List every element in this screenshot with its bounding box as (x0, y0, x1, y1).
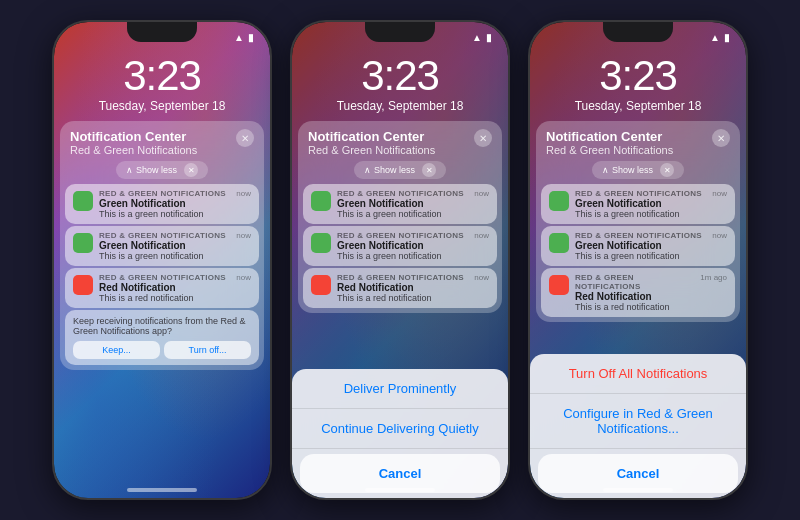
notif-icon-1-2 (73, 275, 93, 295)
wifi-icon-2: ▲ (472, 32, 482, 43)
lock-content-1: 3:23 Tuesday, September 18 (54, 47, 270, 113)
status-icons-3: ▲ ▮ (710, 32, 730, 43)
battery-icon-3: ▮ (724, 32, 730, 43)
notch-2 (365, 22, 435, 42)
keep-btn[interactable]: Keep... (73, 341, 160, 359)
show-less-x-3[interactable]: ✕ (660, 163, 674, 177)
notif-card-1-0[interactable]: RED & GREEN NOTIFICATIONS Green Notifica… (65, 184, 259, 224)
notif-header-3: Notification Center Red & Green Notifica… (536, 121, 740, 158)
notif-card-content-1-1: RED & GREEN NOTIFICATIONS Green Notifica… (99, 231, 230, 261)
notif-icon-3-0 (549, 191, 569, 211)
notif-title-group-2: Notification Center Red & Green Notifica… (308, 129, 474, 156)
lock-date-1: Tuesday, September 18 (54, 99, 270, 113)
notif-icon-1-1 (73, 233, 93, 253)
sheet-option-2-0[interactable]: Deliver Prominently (292, 369, 508, 409)
sheet-option-3-0[interactable]: Turn Off All Notifications (530, 354, 746, 394)
wifi-icon: ▲ (234, 32, 244, 43)
lock-date-2: Tuesday, September 18 (292, 99, 508, 113)
notif-card-2-0[interactable]: RED & GREEN NOTIFICATIONS Green Notifica… (303, 184, 497, 224)
home-indicator-2 (365, 488, 435, 492)
phone-frame-1: ▲ ▮ 3:23 Tuesday, September 18 Notificat… (52, 20, 272, 500)
wifi-icon-3: ▲ (710, 32, 720, 43)
notif-title-group-1: Notification Center Red & Green Notifica… (70, 129, 236, 156)
battery-icon: ▮ (248, 32, 254, 43)
battery-icon-2: ▮ (486, 32, 492, 43)
show-less-pill-3[interactable]: ∧ Show less ✕ (592, 161, 684, 179)
notif-subtitle-3: Red & Green Notifications (546, 144, 712, 156)
lock-time-1: 3:23 (54, 55, 270, 97)
notif-card-3-2[interactable]: RED & GREEN NOTIFICATIONS Red Notificati… (541, 268, 735, 317)
show-less-x-2[interactable]: ✕ (422, 163, 436, 177)
home-indicator-1 (127, 488, 197, 492)
notif-card-2-2[interactable]: RED & GREEN NOTIFICATIONS Red Notificati… (303, 268, 497, 308)
notif-card-content-1-2: RED & GREEN NOTIFICATIONS Red Notificati… (99, 273, 230, 303)
phone-frame-3: ▲ ▮ 3:23 Tuesday, September 18 Notificat… (528, 20, 748, 500)
notif-icon-1-0 (73, 191, 93, 211)
notif-card-3-1[interactable]: RED & GREEN NOTIFICATIONS Green Notifica… (541, 226, 735, 266)
sheet-option-2-1[interactable]: Continue Delivering Quietly (292, 409, 508, 449)
notif-header-1: Notification Center Red & Green Notifica… (60, 121, 264, 158)
notif-subtitle-1: Red & Green Notifications (70, 144, 236, 156)
show-less-x-1[interactable]: ✕ (184, 163, 198, 177)
phone-screen-2: ▲ ▮ 3:23 Tuesday, September 18 Notificat… (292, 22, 508, 498)
bottom-sheet-3: Turn Off All Notifications Configure in … (530, 354, 746, 498)
notch-1 (127, 22, 197, 42)
phone-frame-2: ▲ ▮ 3:23 Tuesday, September 18 Notificat… (290, 20, 510, 500)
notif-close-btn-3[interactable]: ✕ (712, 129, 730, 147)
notch-3 (603, 22, 673, 42)
inline-buttons-1: Keep... Turn off... (73, 341, 251, 359)
phone-screen-3: ▲ ▮ 3:23 Tuesday, September 18 Notificat… (530, 22, 746, 498)
notif-card-1-2[interactable]: RED & GREEN NOTIFICATIONS Red Notificati… (65, 268, 259, 308)
notif-panel-3[interactable]: Notification Center Red & Green Notifica… (536, 121, 740, 322)
show-less-bar-1: ∧ Show less ✕ (60, 158, 264, 182)
inline-question-1: Keep receiving notifications from the Re… (65, 310, 259, 365)
notif-icon-3-1 (549, 233, 569, 253)
notif-title-group-3: Notification Center Red & Green Notifica… (546, 129, 712, 156)
status-icons-1: ▲ ▮ (234, 32, 254, 43)
status-icons-2: ▲ ▮ (472, 32, 492, 43)
notif-icon-2-1 (311, 233, 331, 253)
home-indicator-3 (603, 488, 673, 492)
notif-card-1-1[interactable]: RED & GREEN NOTIFICATIONS Green Notifica… (65, 226, 259, 266)
notif-icon-2-0 (311, 191, 331, 211)
notif-card-2-1[interactable]: RED & GREEN NOTIFICATIONS Green Notifica… (303, 226, 497, 266)
notif-panel-2[interactable]: Notification Center Red & Green Notifica… (298, 121, 502, 313)
show-less-pill-1[interactable]: ∧ Show less ✕ (116, 161, 208, 179)
show-less-pill-2[interactable]: ∧ Show less ✕ (354, 161, 446, 179)
lock-content-2: 3:23 Tuesday, September 18 (292, 47, 508, 113)
lock-date-3: Tuesday, September 18 (530, 99, 746, 113)
notif-card-3-0[interactable]: RED & GREEN NOTIFICATIONS Green Notifica… (541, 184, 735, 224)
notif-title-3: Notification Center (546, 129, 712, 144)
notif-panel-1[interactable]: Notification Center Red & Green Notifica… (60, 121, 264, 370)
notif-icon-2-2 (311, 275, 331, 295)
show-less-bar-3: ∧ Show less ✕ (536, 158, 740, 182)
lock-time-3: 3:23 (530, 55, 746, 97)
lock-content-3: 3:23 Tuesday, September 18 (530, 47, 746, 113)
notif-card-content-1-0: RED & GREEN NOTIFICATIONS Green Notifica… (99, 189, 230, 219)
notif-subtitle-2: Red & Green Notifications (308, 144, 474, 156)
lock-time-2: 3:23 (292, 55, 508, 97)
notif-close-btn-1[interactable]: ✕ (236, 129, 254, 147)
show-less-bar-2: ∧ Show less ✕ (298, 158, 502, 182)
sheet-option-3-1[interactable]: Configure in Red & Green Notifications..… (530, 394, 746, 449)
notif-icon-3-2 (549, 275, 569, 295)
phone-screen-1: ▲ ▮ 3:23 Tuesday, September 18 Notificat… (54, 22, 270, 498)
notif-title-1: Notification Center (70, 129, 236, 144)
notif-header-2: Notification Center Red & Green Notifica… (298, 121, 502, 158)
bottom-sheet-2: Deliver Prominently Continue Delivering … (292, 369, 508, 498)
notif-title-2: Notification Center (308, 129, 474, 144)
notif-close-btn-2[interactable]: ✕ (474, 129, 492, 147)
turnoff-btn[interactable]: Turn off... (164, 341, 251, 359)
